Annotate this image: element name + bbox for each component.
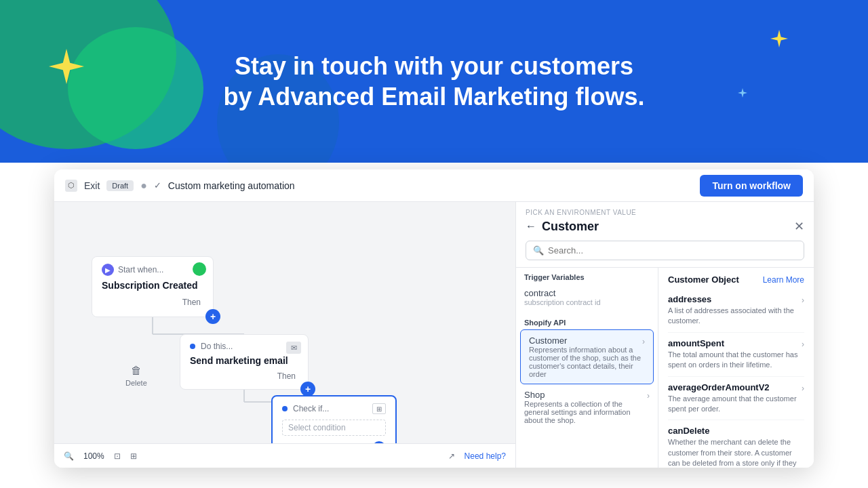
zoom-value: 100% [83, 451, 104, 461]
search-input[interactable] [548, 245, 797, 256]
right-panel-item-content: canDelete Whether the merchant can delet… [668, 426, 804, 468]
panel-close-button[interactable]: ✕ [794, 219, 804, 234]
hero-star-xs [738, 88, 747, 98]
hero-blob-2 [68, 27, 203, 149]
start-label: Start when... [118, 265, 163, 274]
share-icon: ↗ [448, 451, 455, 461]
check-expand-icon: ⊞ [372, 403, 386, 414]
right-panel-item[interactable]: addresses A list of addresses associated… [668, 289, 804, 333]
right-panel: PICK AN ENVIRONMENT VALUE ← Customer ✕ 🔍… [515, 202, 814, 468]
shopify-api-section: Shopify API Customer Represents informat… [516, 313, 658, 430]
right-panel-item[interactable]: averageOrderAmountV2 The average amount … [668, 377, 804, 421]
right-panel-item-arrow: › [802, 340, 804, 349]
right-panel-item-name: amountSpent [668, 338, 802, 348]
start-connector[interactable]: + [205, 309, 220, 324]
do-dot [190, 344, 195, 349]
right-panel-item-name: canDelete [668, 426, 804, 436]
start-green-dot [193, 262, 206, 276]
start-then-label: Then + [102, 298, 203, 307]
exit-button[interactable]: Exit [84, 180, 100, 191]
hero-title: Stay in touch with your customers by Adv… [224, 51, 645, 112]
topbar-left: ⬡ Exit Draft ● ✓ Custom marketing automa… [65, 180, 295, 192]
panel-back-button[interactable]: ← [526, 220, 536, 232]
customer-chevron: › [642, 337, 645, 346]
email-icon: ✉ [286, 342, 301, 354]
do-connector[interactable]: + [300, 382, 315, 396]
panel-pick-label: PICK AN ENVIRONMENT VALUE [526, 209, 804, 216]
do-node: Do this... ✉ Send marketing email Then + [180, 334, 309, 390]
select-condition[interactable]: Select condition [282, 420, 386, 436]
start-node: ▶ Start when... Subscription Created The… [92, 256, 214, 317]
start-node-header: ▶ Start when... [102, 264, 203, 276]
hero-star-small [770, 30, 788, 47]
trigger-variables-section-label: Trigger Variables [516, 268, 658, 284]
right-column-title: Customer Object [668, 274, 739, 285]
right-panel-item-content: averageOrderAmountV2 The average amount … [668, 382, 802, 415]
topbar: ⬡ Exit Draft ● ✓ Custom marketing automa… [54, 169, 814, 202]
canvas-bottom-bar: 🔍 100% ⊡ ⊞ ↗ Need help? [54, 443, 515, 468]
main-card: ⬡ Exit Draft ● ✓ Custom marketing automa… [54, 169, 814, 468]
check-node-header: Check if... ⊞ [282, 403, 386, 414]
panel-right-column: Customer Object Learn More addresses A l… [658, 268, 814, 468]
help-label[interactable]: Need help? [465, 451, 506, 461]
start-node-title: Subscription Created [102, 280, 203, 291]
do-node-title: Send marketing email [190, 355, 298, 366]
panel-title: Customer [542, 220, 599, 234]
hero-section: Stay in touch with your customers by Adv… [0, 0, 868, 163]
grid-icon: ⊞ [130, 451, 137, 461]
canvas: ▶ Start when... Subscription Created The… [54, 202, 515, 468]
shop-api-item[interactable]: Shop Represents a collection of the gene… [516, 384, 658, 430]
do-then-label: Then + [190, 371, 298, 381]
right-panel-item-desc: The total amount that the customer has s… [668, 350, 802, 371]
turn-on-workflow-button[interactable]: Turn on workflow [700, 175, 803, 197]
right-panel-item-content: amountSpent The total amount that the cu… [668, 338, 802, 371]
fit-icon: ⊡ [114, 451, 121, 461]
right-panel-item-arrow: › [802, 384, 804, 393]
right-panel-item-content: addresses A list of addresses associated… [668, 294, 802, 327]
right-panel-item-arrow: › [802, 296, 804, 305]
content-area: ▶ Start when... Subscription Created The… [54, 202, 814, 468]
right-panel-item[interactable]: amountSpent The total amount that the cu… [668, 333, 804, 377]
do-node-header: Do this... [190, 342, 298, 351]
workflow-name: Custom marketing automation [168, 180, 295, 191]
right-column-header: Customer Object Learn More [668, 274, 804, 285]
right-panel-item-desc: The average amount that the customer spe… [668, 394, 802, 415]
panel-header: PICK AN ENVIRONMENT VALUE ← Customer ✕ [516, 202, 814, 241]
delete-button[interactable]: 🗑 Delete [125, 365, 147, 387]
draft-badge: Draft [106, 180, 134, 191]
customer-api-item[interactable]: Customer Represents information about a … [520, 329, 654, 384]
search-icon: 🔍 [533, 245, 544, 256]
right-column-items: addresses A list of addresses associated… [668, 289, 804, 468]
check-label: Check if... [293, 404, 329, 413]
check-dot [282, 406, 288, 411]
learn-more-link[interactable]: Learn More [763, 275, 804, 285]
panel-title-row: ← Customer ✕ [526, 219, 804, 234]
right-panel-item-desc: Whether the merchant can delete the cust… [668, 437, 804, 468]
start-icon: ▶ [102, 264, 114, 276]
contract-var-item[interactable]: contract subscription contract id [516, 284, 658, 310]
zoom-icon: 🔍 [64, 451, 74, 461]
panel-columns: Trigger Variables contract subscription … [516, 267, 814, 468]
right-panel-item[interactable]: canDelete Whether the merchant can delet… [668, 420, 804, 468]
panel-left-column: Trigger Variables contract subscription … [516, 268, 658, 468]
shop-chevron: › [647, 391, 650, 401]
do-label: Do this... [201, 342, 233, 351]
exit-icon: ⬡ [65, 180, 77, 192]
shopify-api-section-label: Shopify API [516, 313, 658, 329]
right-panel-item-name: addresses [668, 294, 802, 304]
topbar-right: Turn on workflow [700, 175, 803, 197]
right-panel-item-name: averageOrderAmountV2 [668, 382, 802, 392]
trash-icon: 🗑 [131, 365, 142, 377]
right-panel-item-desc: A list of addresses associated with the … [668, 306, 802, 327]
search-box[interactable]: 🔍 [526, 241, 804, 260]
